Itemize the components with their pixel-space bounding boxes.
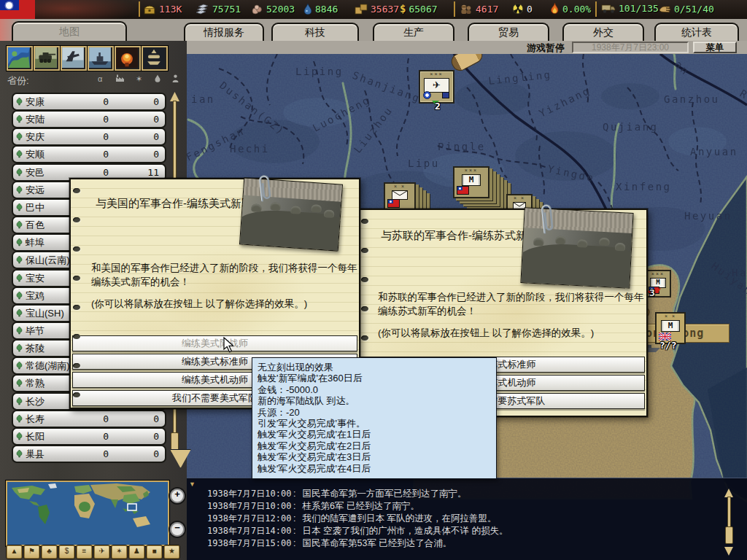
binder-hole (73, 363, 80, 368)
dialog-body: 和美国的军事合作已经进入了新的阶段，我们将获得一个每年编练美式新军的机会！ (91, 261, 357, 289)
province-leaf-icon (13, 255, 26, 265)
binder-hole (73, 392, 80, 397)
province-value-1: 0 (81, 131, 109, 142)
province-leaf-icon (13, 132, 26, 141)
army-stack-envelope[interactable]: × × (384, 182, 416, 211)
tab-production[interactable]: 生产 (373, 23, 454, 42)
menu-button[interactable]: 菜单 (693, 42, 737, 53)
dissent-icon (550, 3, 560, 15)
log-entry: 1938年7月7日10:00:国民革命军第一方面军已经到达了南宁。 (207, 488, 466, 500)
oil-icon (303, 3, 312, 15)
nuclear-button[interactable] (114, 45, 142, 71)
province-row[interactable]: 长寿00 (12, 410, 166, 428)
air-mode-button[interactable]: ✈ (93, 545, 110, 559)
province-leaf-icon (13, 149, 26, 159)
binder-hole (73, 276, 80, 281)
combined-arms-button[interactable] (141, 45, 169, 71)
binder-hole (361, 277, 368, 282)
province-leaf-icon (13, 203, 26, 212)
tab-map[interactable]: 地图 (12, 21, 127, 42)
effects-tooltip: 无立刻出现的效果触发'新军编成'在360日后金钱：-5000.0新的海军陆战队 … (252, 357, 497, 479)
manpower-icon (460, 3, 473, 15)
weather-mode-button[interactable]: ♣ (41, 545, 58, 559)
army-stack-hq[interactable]: ××× M (453, 166, 489, 198)
metal-icon (196, 3, 209, 15)
province-leaf-icon (13, 97, 26, 106)
game-window: 113K7575152003884635637$65067461700.00%1… (0, 0, 747, 560)
main-tab-bar: 地图情报服务科技生产贸易外交统计表 (0, 19, 747, 42)
map-label-liping: Liping (295, 66, 344, 77)
minimap[interactable] (6, 481, 169, 546)
airforce-button[interactable] (60, 45, 88, 71)
message-log: ▼ 1938年7月7日10:00:国民革命军第一方面军已经到达了南宁。1938年… (187, 478, 747, 560)
industry-icon (115, 74, 125, 84)
tab-intelligence[interactable]: 情报服务 (184, 23, 264, 42)
province-row[interactable]: 安康00 (12, 93, 166, 111)
political-mode-button[interactable]: ⚑ (23, 545, 40, 559)
unit-strength-unknown: ?/? (659, 340, 676, 351)
province-row[interactable]: 安陆00 (12, 110, 166, 128)
roc-flag-icon (457, 186, 469, 195)
map-label-qujiang: Qujiang (603, 121, 659, 133)
infra-mode-button[interactable]: ■ (146, 545, 163, 559)
revolt-mode-button[interactable]: ✶ (111, 545, 128, 559)
province-leaf-icon (13, 414, 26, 424)
army-button[interactable] (33, 45, 61, 71)
province-row[interactable]: 长阳00 (12, 427, 166, 446)
terrain-mode-button[interactable]: ▲ (6, 545, 23, 559)
terrain-map-button[interactable] (6, 45, 34, 71)
province-leaf-icon (13, 378, 26, 388)
province-leaf-icon (13, 361, 26, 370)
mouse-cursor (223, 337, 235, 354)
event-photo (239, 177, 343, 251)
tooltip-line: 触发'军火交易完成'在3日后 (258, 451, 491, 462)
air-unit-count: 2 (435, 101, 441, 112)
air-unit-counter[interactable]: ××× ✈ (419, 70, 454, 104)
economy-mode-button[interactable]: $ (58, 545, 75, 559)
map-label-xinfeng: Xinfeng (616, 181, 672, 192)
province-value-1: 0 (81, 167, 109, 178)
tab-technology[interactable]: 科技 (271, 23, 359, 42)
province-row[interactable]: 安庆00 (12, 128, 166, 146)
zoom-out-button[interactable]: − (169, 521, 186, 538)
resource-oil: 8846 (303, 3, 338, 15)
province-value-2: 0 (130, 149, 159, 160)
zoom-in-button[interactable]: + (169, 487, 186, 505)
province-leaf-icon (13, 273, 26, 283)
province-value-1: 0 (81, 448, 109, 459)
tooltip-line: 触发'军火交易完成'在2日后 (258, 440, 491, 451)
province-leaf-icon (13, 308, 26, 318)
binder-hole (73, 188, 80, 193)
log-entry: 1938年7月7日12:00:我们的陆军遭到日本 军队的进攻，在阿拉善盟。 (207, 513, 496, 525)
log-collapse-arrow[interactable]: ▼ (189, 481, 196, 488)
map-label-hai: Hai (732, 267, 747, 279)
province-value-1: 0 (81, 96, 109, 107)
navy-button[interactable] (87, 45, 115, 71)
tab-diplomacy[interactable]: 外交 (562, 23, 644, 42)
tab-statistics[interactable]: 统计表 (654, 23, 739, 42)
log-scroll-down[interactable] (724, 547, 733, 556)
province-leaf-icon (13, 238, 26, 247)
victory-mode-button[interactable]: ★ (163, 545, 180, 559)
map-label-anyuan: Anyuan (690, 146, 738, 158)
victory-points-icon: α (98, 74, 102, 83)
manpower-mode-button[interactable]: ♟ (128, 545, 145, 559)
divider (139, 1, 140, 17)
mini-flag-icon (442, 92, 449, 98)
province-row[interactable]: 巢县00 (12, 445, 166, 463)
log-scroll-handle[interactable] (725, 526, 733, 544)
resources-mode-button[interactable]: ≡ (76, 545, 93, 559)
resource-dissent: 0.00% (550, 3, 591, 15)
tab-trade[interactable]: 贸易 (468, 23, 549, 42)
province-row[interactable]: 安顺00 (12, 145, 166, 163)
tooltip-line: 无立刻出现的效果 (258, 362, 491, 373)
log-scrollbar[interactable] (724, 489, 734, 556)
status-bar: 游戏暂停 1938年7月7日23:00 菜单 (187, 41, 747, 55)
log-entry: 1938年7月7日15:00:国民革命军第53军 已经到达了合浦。 (207, 537, 452, 550)
binder-hole (73, 334, 80, 339)
event-option-button[interactable]: 编练美式陆战师 (72, 335, 357, 351)
air-roundel-icon (423, 91, 431, 99)
binder-hole (361, 335, 368, 341)
province-value-2: 11 (130, 167, 159, 178)
province-value-1: 0 (81, 413, 109, 424)
